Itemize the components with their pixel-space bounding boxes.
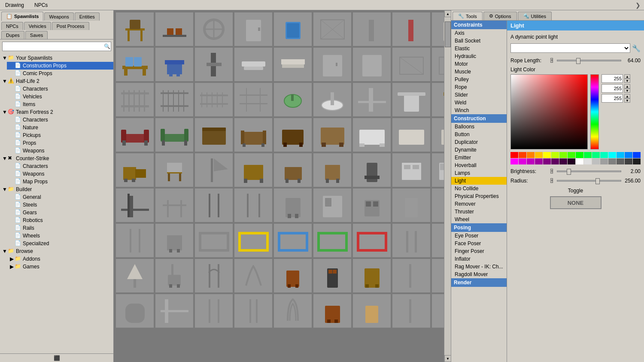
slider-track[interactable] <box>557 60 621 61</box>
color-swatch[interactable] <box>584 158 592 164</box>
grid-item-43[interactable] <box>352 153 391 187</box>
tree-hl2-items[interactable]: 📄 Items <box>7 100 113 108</box>
grid-item-24[interactable] <box>313 82 352 117</box>
list-item-button[interactable]: Button <box>451 131 507 138</box>
grid-item-10[interactable] <box>115 47 154 82</box>
grid-item-42[interactable] <box>313 153 352 187</box>
color-gradient-picker[interactable] <box>510 74 588 149</box>
grid-item-56[interactable] <box>155 223 194 258</box>
grid-item-33[interactable] <box>313 118 352 152</box>
radius-track[interactable] <box>557 180 621 182</box>
list-item-wheel[interactable]: Wheel <box>451 216 507 223</box>
grid-item-50[interactable] <box>273 188 312 222</box>
list-item-rope[interactable]: Rope <box>451 83 507 91</box>
rope-length-slider[interactable]: 🎚 <box>549 57 621 64</box>
tree-cs-mapprops[interactable]: 📄 Map Props <box>7 178 113 186</box>
list-item-slider[interactable]: Slider <box>451 91 507 99</box>
grid-item-73[interactable] <box>115 294 154 328</box>
tab-options[interactable]: ⚙ Options <box>483 12 517 20</box>
grid-item-32[interactable] <box>273 118 312 152</box>
color-swatch[interactable] <box>625 158 632 164</box>
grid-item-71[interactable] <box>392 259 431 293</box>
tree-builder-rails[interactable]: 📄 Rails <box>7 224 113 232</box>
tree-builder-wheels[interactable]: 📄 Wheels <box>7 232 113 240</box>
list-item-motor[interactable]: Motor <box>451 60 507 68</box>
grid-item-76[interactable] <box>234 294 273 328</box>
grid-item-39[interactable] <box>194 153 233 187</box>
tree-tf2-pickups[interactable]: 📄 Pickups <box>7 131 113 139</box>
color-swatch[interactable] <box>608 152 616 158</box>
tree-browse[interactable]: ▼ 📁 Browse <box>0 247 113 255</box>
tree-hl2-vehicles[interactable]: 📄 Vehicles <box>7 93 113 100</box>
grid-item-38[interactable] <box>155 153 194 187</box>
list-item-lamps[interactable]: Lamps <box>451 169 507 177</box>
tree-tf2-characters[interactable]: 📄 Characters <box>7 116 113 124</box>
grid-item-18[interactable] <box>431 47 444 82</box>
grid-item-49[interactable] <box>234 188 273 222</box>
tree-browse-addons[interactable]: ▶ 📁 Addons <box>7 255 113 263</box>
grid-item-44[interactable] <box>392 153 431 187</box>
grid-item-34[interactable] <box>352 118 391 152</box>
scroll-thumb[interactable] <box>445 21 451 47</box>
color-swatch[interactable] <box>576 158 583 164</box>
grid-item-48[interactable] <box>194 188 233 222</box>
color-swatch[interactable] <box>551 158 559 164</box>
grid-item-69[interactable] <box>313 259 352 293</box>
tab-saves[interactable]: Saves <box>25 31 48 39</box>
slider-thumb[interactable] <box>576 58 580 64</box>
tab-vehicles[interactable]: Vehicles <box>24 22 51 30</box>
color-swatch[interactable] <box>551 152 559 158</box>
list-item-hydraulic[interactable]: Hydraulic <box>451 52 507 60</box>
color-swatch[interactable] <box>633 152 641 158</box>
rgb-g-input[interactable] <box>601 84 623 93</box>
rgb-r-input[interactable] <box>601 74 623 83</box>
tree-builder-specialized[interactable]: 📄 Specialized <box>7 240 113 247</box>
color-swatch[interactable] <box>617 152 624 158</box>
grid-item-79[interactable] <box>352 294 391 328</box>
tab-spawnlists[interactable]: 📋 Spawnlists <box>1 12 43 21</box>
color-swatch[interactable] <box>559 158 567 164</box>
grid-item-29[interactable] <box>155 118 194 152</box>
grid-item-60[interactable] <box>313 223 352 258</box>
color-swatch[interactable] <box>576 152 583 158</box>
grid-item-81[interactable] <box>431 294 444 328</box>
grid-item-46[interactable] <box>115 188 154 222</box>
search-input[interactable] <box>2 42 111 51</box>
grid-item-51[interactable] <box>313 188 352 222</box>
scroll-up-button[interactable]: ▲ <box>444 10 451 17</box>
grid-item-72[interactable] <box>431 259 444 293</box>
grid-item-14[interactable] <box>273 47 312 82</box>
tree-halflife2[interactable]: ▼ ⚠️ Half-Life 2 <box>0 77 113 85</box>
grid-item-30[interactable] <box>194 118 233 152</box>
grid-item-59[interactable] <box>273 223 312 258</box>
list-item-ballsocket[interactable]: Ball Socket <box>451 37 507 45</box>
color-swatch[interactable] <box>559 152 567 158</box>
radius-slider[interactable]: 🎚 <box>549 177 621 184</box>
tab-weapons[interactable]: Weapons <box>44 12 73 21</box>
list-item-inflator[interactable]: Inflator <box>451 255 507 263</box>
tree-tf2-nature[interactable]: 📄 Nature <box>7 124 113 131</box>
search-button[interactable]: 🔍 <box>104 43 110 49</box>
list-item-remover[interactable]: Remover <box>451 200 507 208</box>
tree-hl2-characters[interactable]: 📄 Characters <box>7 85 113 93</box>
brightness-track[interactable] <box>557 170 621 172</box>
grid-item-19[interactable] <box>115 82 154 117</box>
list-item-nocollide[interactable]: No Collide <box>451 185 507 192</box>
list-item-faceposer[interactable]: Face Poser <box>451 240 507 247</box>
list-item-ragmover-ik[interactable]: Rag Mover - IK: Ch... <box>451 263 507 271</box>
rgb-b-down[interactable]: ▼ <box>624 98 630 103</box>
tab-utilities[interactable]: 🔩 Utilities <box>518 12 552 20</box>
list-item-ragdoll-mover[interactable]: Ragdoll Mover <box>451 271 507 278</box>
grid-item-36[interactable] <box>431 118 444 152</box>
tree-counterstrike[interactable]: ▼ ✖ Counter-Strike <box>0 155 113 162</box>
grid-item-75[interactable] <box>194 294 233 328</box>
tree-tf2-props[interactable]: 📄 Props <box>7 139 113 147</box>
light-select-dropdown[interactable] <box>510 43 630 53</box>
grid-item-78[interactable] <box>313 294 352 328</box>
grid-item-17[interactable] <box>392 47 431 82</box>
color-swatch[interactable] <box>617 158 624 164</box>
center-scrollbar[interactable]: ▲ ▼ <box>444 10 451 362</box>
rgb-g-down[interactable]: ▼ <box>624 88 630 93</box>
grid-item-25[interactable] <box>352 82 391 117</box>
grid-item-68[interactable] <box>273 259 312 293</box>
